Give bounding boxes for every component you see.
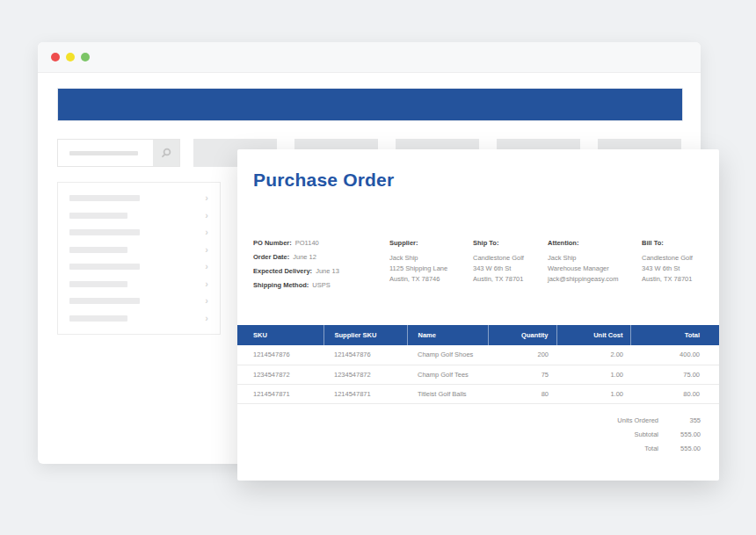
po-number-row: PO Number: PO1140 (253, 239, 339, 247)
total-label: Total (644, 445, 658, 452)
attention-line: jack@shippingeasy.com (548, 274, 636, 285)
sidebar-list: › › › › › › › › (57, 182, 221, 335)
window-maximize-button[interactable] (81, 53, 90, 61)
expected-delivery-row: Expected Delivery: June 13 (253, 267, 339, 275)
units-ordered-label: Units Ordered (617, 416, 658, 424)
cell-supplier-sku: 1214547871 (323, 384, 407, 403)
search-box[interactable] (57, 139, 180, 167)
column-header-name: Name (407, 325, 488, 345)
subtotal-label: Subtotal (634, 430, 658, 438)
supplier-block: Supplier: Jack Ship 1125 Shipping Lane A… (389, 239, 477, 285)
total-row: Total 555.00 (491, 441, 719, 455)
column-header-sku: SKU (237, 325, 323, 345)
list-item[interactable]: › (69, 211, 208, 221)
text-placeholder-bar (69, 229, 140, 235)
list-item[interactable]: › (69, 314, 208, 323)
search-input[interactable] (58, 140, 153, 166)
cell-sku: 1234547872 (237, 365, 323, 384)
cell-supplier-sku: 1214547876 (323, 345, 407, 365)
text-placeholder-bar (69, 281, 127, 287)
cell-quantity: 75 (488, 365, 556, 384)
cell-quantity: 80 (488, 384, 556, 403)
table-row: 1214547871 1214547871 Titleist Golf Ball… (237, 384, 719, 403)
attention-line: Warehouse Manager (548, 264, 636, 274)
column-header-supplier-sku: Supplier SKU (323, 325, 407, 345)
cell-quantity: 200 (488, 345, 556, 365)
expected-delivery-label: Expected Delivery: (253, 267, 312, 275)
search-icon (160, 147, 172, 159)
cell-name: Titleist Golf Balls (407, 384, 488, 403)
cell-supplier-sku: 1234547872 (323, 365, 407, 384)
units-ordered-value: 355 (658, 416, 701, 424)
table-row: 1214547876 1214547876 Champ Golf Shoes 2… (237, 345, 719, 365)
order-meta: PO Number: PO1140 Order Date: June 12 Ex… (253, 239, 339, 295)
chevron-right-icon: › (205, 262, 208, 271)
attention-line: Jack Ship (548, 253, 636, 264)
supplier-line: 1125 Shipping Lane (389, 264, 477, 274)
total-value: 555.00 (658, 445, 701, 452)
column-header-total: Total (630, 325, 719, 345)
order-date-label: Order Date: (253, 253, 289, 261)
cell-total: 400.00 (630, 345, 719, 365)
shipping-method-value: USPS (312, 281, 330, 289)
supplier-line: Austin, TX 78746 (389, 274, 477, 285)
table-header-row: SKU Supplier SKU Name Quantity Unit Cost… (237, 325, 719, 345)
window-close-button[interactable] (51, 53, 60, 61)
bill-to-line: Candlestone Golf (642, 253, 730, 264)
order-date-value: June 12 (293, 253, 316, 261)
line-items-table: SKU Supplier SKU Name Quantity Unit Cost… (237, 325, 719, 404)
shipping-method-label: Shipping Method: (253, 281, 309, 289)
table-row: 1234547872 1234547872 Champ Golf Tees 75… (237, 365, 719, 384)
text-placeholder-bar (69, 264, 140, 270)
window-titlebar (38, 42, 701, 73)
cell-unit-cost: 1.00 (556, 384, 630, 403)
search-button[interactable] (153, 140, 179, 166)
list-item[interactable]: › (69, 245, 208, 255)
shipping-method-row: Shipping Method: USPS (253, 281, 339, 289)
chevron-right-icon: › (205, 228, 208, 237)
units-ordered-row: Units Ordered 355 (491, 413, 719, 427)
order-date-row: Order Date: June 12 (253, 253, 339, 261)
attention-block: Attention: Jack Ship Warehouse Manager j… (548, 239, 636, 285)
cell-sku: 1214547871 (237, 384, 323, 403)
list-item[interactable]: › (69, 296, 208, 306)
chevron-right-icon: › (205, 211, 208, 221)
chevron-right-icon: › (205, 296, 208, 306)
cell-unit-cost: 1.00 (556, 365, 630, 384)
text-placeholder-bar (69, 298, 140, 304)
cell-total: 80.00 (630, 384, 719, 403)
chevron-right-icon: › (205, 314, 208, 323)
search-placeholder-bar (69, 151, 138, 155)
chevron-right-icon: › (205, 279, 208, 289)
list-item[interactable]: › (69, 228, 208, 237)
po-number-value: PO1140 (295, 239, 319, 247)
list-item[interactable]: › (69, 262, 208, 271)
cell-name: Champ Golf Tees (407, 365, 488, 384)
text-placeholder-bar (69, 247, 127, 253)
chevron-right-icon: › (205, 193, 208, 203)
subtotal-value: 555.00 (658, 430, 701, 438)
cell-unit-cost: 2.00 (556, 345, 630, 365)
po-number-label: PO Number: (253, 239, 292, 247)
nav-banner (57, 88, 683, 121)
column-header-unit-cost: Unit Cost (556, 325, 630, 345)
cell-sku: 1214547876 (237, 345, 323, 365)
column-header-quantity: Quantity (488, 325, 556, 345)
subtotal-row: Subtotal 555.00 (491, 427, 719, 441)
window-minimize-button[interactable] (66, 53, 75, 61)
text-placeholder-bar (69, 315, 127, 322)
list-item[interactable]: › (69, 193, 208, 203)
purchase-order-card: Purchase Order PO Number: PO1140 Order D… (237, 149, 719, 481)
expected-delivery-value: June 13 (316, 267, 339, 275)
cell-total: 75.00 (630, 365, 719, 384)
page-title: Purchase Order (253, 170, 394, 191)
bill-to-line: Austin, TX 78701 (642, 274, 730, 285)
bill-to-line: 343 W 6th St (642, 264, 730, 274)
bill-to-block: Bill To: Candlestone Golf 343 W 6th St A… (642, 239, 730, 285)
bill-to-heading: Bill To: (642, 239, 730, 247)
list-item[interactable]: › (69, 279, 208, 289)
text-placeholder-bar (69, 195, 140, 201)
supplier-line: Jack Ship (389, 253, 477, 264)
text-placeholder-bar (69, 213, 127, 219)
cell-name: Champ Golf Shoes (407, 345, 488, 365)
